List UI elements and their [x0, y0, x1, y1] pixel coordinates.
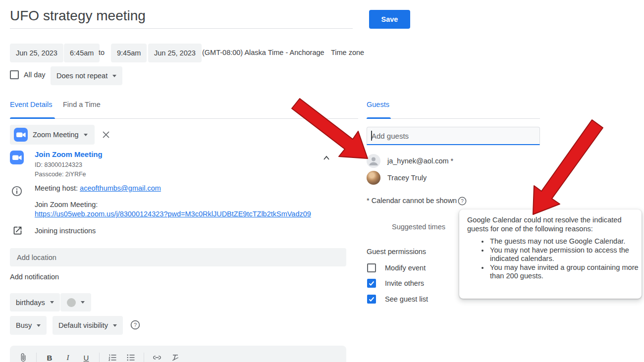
save-button[interactable]: Save: [369, 10, 410, 29]
joining-instructions-link[interactable]: Joining instructions: [35, 227, 96, 235]
all-day-checkbox[interactable]: [10, 70, 19, 79]
chevron-down-icon: [113, 324, 117, 327]
chevron-down-icon: [81, 301, 85, 304]
tooltip-bullet: The guests may not use Google Calendar.: [489, 237, 639, 246]
meeting-host-label: Meeting host:: [35, 184, 80, 192]
info-icon: [11, 185, 23, 197]
permission-checkbox-modify-event[interactable]: [367, 263, 376, 272]
join-url-label: Join Zoom Meeting:: [35, 201, 98, 208]
permission-label: Invite others: [385, 279, 424, 287]
end-time-field[interactable]: 9:45am: [111, 44, 147, 62]
underline-icon: U: [84, 354, 89, 362]
permission-label: Modify event: [385, 264, 426, 272]
bold-icon: B: [47, 354, 53, 362]
clear-formatting-icon: [170, 353, 180, 362]
svg-text:?: ?: [461, 199, 464, 204]
tabs-divider: [10, 118, 358, 119]
guest-row-email[interactable]: ja_hynek@aol.com *: [387, 157, 453, 165]
zoom-meeting-url-link[interactable]: https://us05web.zoom.us/j/83000124323?pw…: [35, 210, 311, 218]
guests-panel-title: Guests: [367, 101, 389, 108]
event-color-dropdown[interactable]: [60, 293, 91, 311]
end-date-field[interactable]: Jun 25, 2023: [148, 44, 202, 62]
chevron-down-icon: [37, 324, 41, 327]
red-arrow-to-tooltip: [533, 120, 603, 214]
open-in-new-icon: [12, 225, 23, 236]
insert-link-button[interactable]: [150, 350, 164, 362]
busy-value: Busy: [16, 321, 32, 329]
guest-row-name[interactable]: Tracey Truly: [387, 174, 427, 182]
recurrence-dropdown[interactable]: Does not repeat: [51, 66, 122, 85]
tab-find-a-time[interactable]: Find a Time: [63, 101, 101, 108]
active-tab-underline: [10, 117, 55, 119]
guest-avatar: [367, 154, 380, 168]
permission-checkbox-see-guest-list[interactable]: [367, 295, 376, 304]
join-zoom-meeting-link[interactable]: Join Zoom Meeting: [35, 150, 103, 158]
check-icon: [369, 280, 375, 286]
conference-provider-label: Zoom Meeting: [33, 131, 79, 139]
start-time-field[interactable]: 6:45am: [64, 44, 100, 62]
link-icon: [152, 353, 162, 362]
remove-conference-button[interactable]: [100, 128, 112, 141]
numbered-list-icon: [107, 353, 117, 362]
check-icon: [369, 296, 375, 302]
suggested-times-button[interactable]: Suggested times: [392, 223, 445, 231]
calendar-value: birthdays: [16, 299, 45, 307]
underline-button[interactable]: U: [79, 350, 94, 362]
page-title[interactable]: UFO strategy meeting: [10, 8, 353, 29]
visibility-dropdown[interactable]: Default visibility: [53, 316, 123, 335]
italic-button[interactable]: I: [60, 350, 75, 362]
calendar-note-help-button[interactable]: ?: [457, 196, 468, 207]
location-input[interactable]: [10, 248, 346, 266]
add-notification-button[interactable]: Add notification: [10, 273, 59, 281]
conference-provider-dropdown[interactable]: Zoom Meeting: [10, 125, 95, 145]
to-label: to: [99, 49, 105, 56]
permission-checkbox-invite-others[interactable]: [367, 279, 376, 288]
italic-icon: I: [67, 354, 69, 362]
tooltip-bullet-list: The guests may not use Google Calendar. …: [489, 237, 639, 281]
attachment-button[interactable]: [16, 350, 31, 362]
text-cursor: [371, 131, 372, 141]
toolbar-divider: [99, 353, 100, 362]
busy-dropdown[interactable]: Busy: [10, 316, 47, 335]
tooltip-intro: Google Calendar could not resolve the in…: [467, 216, 631, 233]
bold-button[interactable]: B: [42, 350, 57, 362]
red-arrow-to-guest: [292, 99, 368, 158]
timezone-info: (GMT-08:00) Alaska Time - Anchorage: [202, 49, 324, 56]
guest-resolve-tooltip: Google Calendar could not resolve the in…: [459, 209, 642, 299]
chevron-down-icon: [84, 134, 88, 136]
meeting-id: ID: 83000124323: [35, 161, 82, 168]
toolbar-divider: [144, 353, 144, 362]
chevron-up-icon: [322, 154, 331, 162]
event-edit-page: UFO strategy meeting Save Jun 25, 2023 6…: [0, 0, 644, 362]
bulleted-list-button[interactable]: [123, 350, 138, 362]
guests-divider: [367, 118, 540, 119]
zoom-icon: [10, 151, 24, 164]
zoom-icon: [14, 128, 28, 142]
tab-event-details[interactable]: Event Details: [10, 101, 52, 108]
numbered-list-button[interactable]: [105, 350, 120, 362]
calendar-note: * Calendar cannot be shown: [367, 197, 457, 205]
collapse-conference-details-button[interactable]: [320, 152, 333, 164]
timezone-button[interactable]: Time zone: [331, 49, 364, 56]
guest-avatar: [367, 171, 380, 185]
person-icon: [367, 154, 380, 168]
calendar-dropdown[interactable]: birthdays: [10, 293, 60, 311]
add-guests-input[interactable]: [367, 127, 540, 145]
guest-permissions-title: Guest permissions: [367, 248, 426, 256]
visibility-help-button[interactable]: ?: [129, 319, 141, 331]
tooltip-bullet: You may not have permission to access th…: [489, 246, 639, 263]
visibility-value: Default visibility: [58, 321, 108, 329]
close-icon: [102, 130, 110, 139]
help-icon: ?: [130, 319, 141, 330]
tooltip-bullet: You may have invited a group containing …: [489, 263, 639, 281]
color-swatch-icon: [67, 298, 76, 307]
svg-text:?: ?: [134, 322, 137, 328]
meeting-passcode: Passcode: 2iYRFe: [35, 171, 86, 178]
recurrence-value: Does not repeat: [56, 72, 107, 80]
chevron-down-icon: [112, 75, 116, 77]
toolbar-divider: [36, 353, 37, 362]
start-date-field[interactable]: Jun 25, 2023: [10, 44, 63, 62]
clear-formatting-button[interactable]: [168, 350, 183, 362]
meeting-host-email-link[interactable]: aceofthumbs@gmail.com: [80, 184, 161, 192]
description-toolbar: B I U: [10, 346, 346, 362]
